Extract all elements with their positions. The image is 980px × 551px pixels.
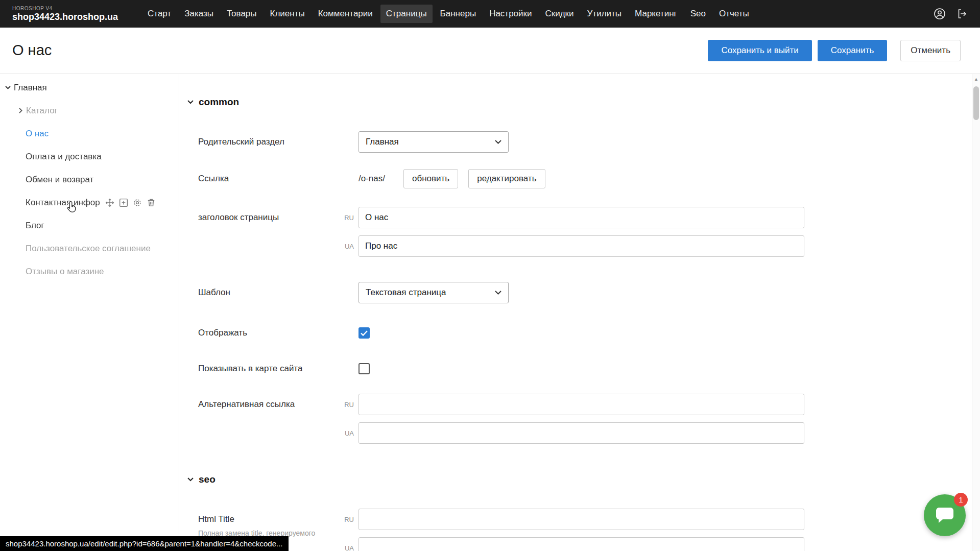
nav-item-products[interactable]: Товары	[227, 9, 256, 19]
link-label: Ссылка	[198, 173, 358, 184]
html-title-ru-input[interactable]	[358, 509, 804, 530]
nav-item-start[interactable]: Старт	[148, 9, 171, 19]
chevron-right-icon	[19, 108, 22, 113]
display-label: Отображать	[198, 327, 358, 339]
lang-ua-badge: UA	[345, 429, 354, 437]
row-page-title: заголовок страницы RU UA	[198, 207, 972, 257]
header-actions: Сохранить и выйти Сохранить Отменить	[708, 40, 961, 61]
nav-item-orders[interactable]: Заказы	[184, 9, 213, 19]
chat-unread-badge: 1	[954, 493, 968, 507]
nav-item-seo[interactable]: Seo	[690, 9, 706, 19]
tree-item-label: Главная	[14, 83, 47, 93]
chevron-down-icon	[5, 86, 11, 89]
nav-item-discounts[interactable]: Скидки	[545, 9, 573, 19]
nav-item-utilities[interactable]: Утилиты	[587, 9, 622, 19]
page-title-ru-input[interactable]	[358, 207, 804, 228]
chevron-down-icon	[495, 140, 501, 144]
lang-ua-badge: UA	[345, 544, 354, 551]
template-label: Шаблон	[198, 287, 358, 298]
nav-item-clients[interactable]: Клиенты	[270, 9, 305, 19]
row-parent-section: Родительский раздел Главная	[198, 131, 972, 153]
delete-trash-icon[interactable]	[147, 198, 156, 207]
pages-tree-sidebar: Главная Каталог О нас Оплата и доставка …	[0, 74, 179, 551]
tree-item-exchange-return[interactable]: Обмен и возврат	[0, 168, 179, 191]
user-account-icon[interactable]	[933, 7, 946, 20]
template-select[interactable]: Текстовая страница	[358, 282, 509, 303]
tree-item-label: Отзывы о магазине	[26, 267, 104, 277]
chat-bubble-icon	[935, 506, 954, 524]
logo-version-label: HOROSHOP V4	[12, 6, 118, 11]
nav-item-reports[interactable]: Отчеты	[719, 9, 749, 19]
chat-launcher-button[interactable]: 1	[924, 494, 966, 536]
section-seo-label: seo	[199, 474, 216, 485]
lang-ua-badge: UA	[345, 243, 354, 250]
link-path-value: /o-nas/	[358, 174, 385, 184]
add-page-icon[interactable]	[119, 198, 128, 207]
sitemap-checkbox-unchecked[interactable]	[358, 363, 370, 374]
page-title-ua-input[interactable]	[358, 235, 804, 257]
logo-shop-domain: shop34423.horoshop.ua	[12, 12, 118, 21]
display-checkbox-checked[interactable]	[358, 327, 370, 339]
move-icon[interactable]	[105, 198, 114, 207]
nav-item-settings[interactable]: Настройки	[489, 9, 532, 19]
html-title-label: Html Title	[198, 514, 358, 525]
logout-icon[interactable]	[955, 7, 969, 20]
row-link: Ссылка /o-nas/ обновить редактировать	[198, 169, 972, 188]
section-common-label: common	[199, 97, 239, 108]
tree-item-label: Блог	[26, 221, 44, 231]
alt-link-ua-input[interactable]	[358, 422, 804, 444]
save-button[interactable]: Сохранить	[818, 40, 887, 61]
html-title-ua-input[interactable]	[358, 537, 804, 551]
settings-gear-icon[interactable]	[133, 198, 142, 207]
cancel-button[interactable]: Отменить	[900, 40, 961, 61]
tree-item-label: Контактная инфор	[26, 198, 100, 208]
row-html-title: Html Title Полная замена title, генериру…	[198, 509, 972, 551]
row-display: Отображать	[198, 327, 972, 339]
tree-item-root[interactable]: Главная	[0, 76, 179, 99]
top-navigation: HOROSHOP V4 shop34423.horoshop.ua Старт …	[0, 0, 980, 28]
chevron-down-icon	[187, 100, 194, 104]
alt-link-label: Альтернативная ссылка	[198, 394, 358, 444]
tree-item-about-selected[interactable]: О нас	[0, 122, 179, 145]
link-refresh-button[interactable]: обновить	[403, 169, 458, 188]
tree-item-blog[interactable]: Блог	[0, 214, 179, 237]
tree-item-label: Оплата и доставка	[26, 152, 102, 162]
alt-link-ru-input[interactable]	[358, 394, 804, 415]
save-and-exit-button[interactable]: Сохранить и выйти	[708, 40, 811, 61]
parent-section-value: Главная	[366, 137, 399, 147]
tree-item-contact-info[interactable]: Контактная инфор	[0, 191, 179, 214]
link-edit-button[interactable]: редактировать	[468, 169, 545, 188]
scroll-up-arrow-icon[interactable]: ▲	[972, 77, 980, 82]
tree-item-user-agreement[interactable]: Пользовательское соглашение	[0, 237, 179, 260]
page-title: О нас	[12, 42, 52, 59]
exit-icon	[956, 8, 968, 20]
lang-ru-badge: RU	[344, 401, 354, 409]
tree-item-store-reviews[interactable]: Отзывы о магазине	[0, 260, 179, 283]
parent-section-select[interactable]: Главная	[358, 131, 509, 153]
tree-item-catalog[interactable]: Каталог	[0, 99, 179, 122]
main-menu: Старт Заказы Товары Клиенты Комментарии …	[148, 5, 749, 23]
parent-section-label: Родительский раздел	[198, 136, 358, 148]
section-seo[interactable]: seo	[187, 474, 972, 485]
tree-item-label: Пользовательское соглашение	[26, 244, 151, 254]
tree-item-actions	[105, 198, 156, 207]
row-template: Шаблон Текстовая страница	[198, 282, 972, 303]
sitemap-label: Показывать в карте сайта	[198, 363, 358, 374]
page-edit-form: common Родительский раздел Главная Ссылк…	[180, 74, 972, 551]
lang-ru-badge: RU	[344, 516, 354, 523]
vertical-scrollbar[interactable]: ▲	[972, 74, 980, 551]
template-value: Текстовая страница	[366, 288, 446, 298]
nav-item-banners[interactable]: Баннеры	[440, 9, 476, 19]
app-logo[interactable]: HOROSHOP V4 shop34423.horoshop.ua	[12, 6, 118, 21]
tree-item-label: Каталог	[26, 106, 58, 116]
nav-item-pages[interactable]: Страницы	[380, 5, 433, 23]
row-sitemap: Показывать в карте сайта	[198, 363, 972, 374]
tree-item-label: Обмен и возврат	[26, 175, 93, 185]
scrollbar-thumb[interactable]	[973, 86, 979, 120]
lang-ru-badge: RU	[344, 214, 354, 222]
nav-item-comments[interactable]: Комментарии	[318, 9, 373, 19]
tree-item-payment-delivery[interactable]: Оплата и доставка	[0, 145, 179, 168]
section-common[interactable]: common	[187, 97, 972, 108]
nav-item-marketing[interactable]: Маркетинг	[635, 9, 677, 19]
chevron-down-icon	[187, 477, 194, 482]
